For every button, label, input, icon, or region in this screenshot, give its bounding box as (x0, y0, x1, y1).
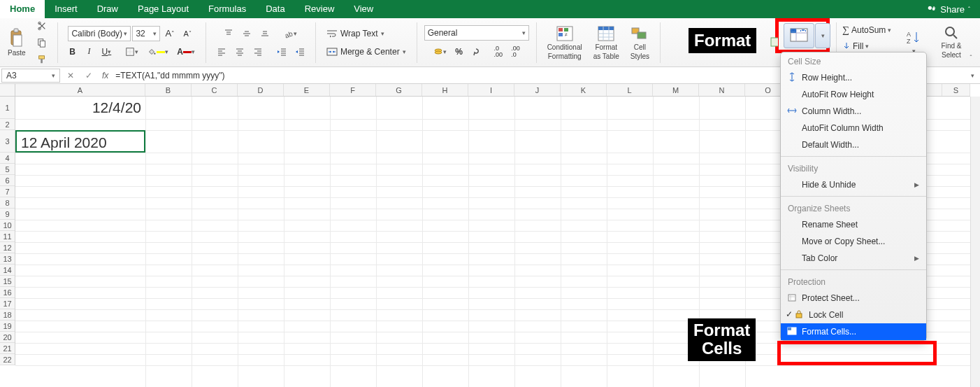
menu-column-width[interactable]: Column Width... (781, 103, 926, 120)
menu-lock-cell[interactable]: ✓ Lock Cell (781, 307, 926, 323)
tab-home[interactable]: Home (0, 0, 45, 18)
increase-indent-button[interactable] (291, 44, 308, 59)
copy-button[interactable] (34, 35, 50, 50)
share-button[interactable]: Share ˆ (917, 0, 980, 18)
menu-default-width[interactable]: Default Width... (781, 136, 926, 153)
vertical-scrollbar[interactable] (970, 97, 980, 387)
cut-button[interactable] (34, 18, 50, 34)
row-header-12[interactable]: 12 (0, 242, 15, 253)
row-header-20[interactable]: 20 (0, 332, 15, 343)
row-headers[interactable]: 1 2 3 4 5 6 7 8 9 10 11 12 13 14 15 16 1… (0, 97, 15, 365)
row-header-16[interactable]: 16 (0, 287, 15, 298)
cell-styles-button[interactable]: Cell Styles (627, 22, 653, 64)
comma-style-button[interactable] (468, 44, 484, 59)
tab-insert[interactable]: Insert (45, 0, 87, 18)
row-header-21[interactable]: 21 (0, 343, 15, 354)
row-header-1[interactable]: 1 (0, 97, 15, 119)
tab-review[interactable]: Review (295, 0, 345, 18)
col-header-l[interactable]: L (607, 84, 653, 96)
align-middle-button[interactable] (238, 26, 255, 41)
row-header-22[interactable]: 22 (0, 354, 15, 365)
percent-button[interactable]: % (452, 44, 467, 59)
font-size-combo[interactable]: 32▾ (132, 26, 160, 41)
autosum-button[interactable]: ∑ AutoSum▾ (839, 22, 895, 38)
underline-button[interactable]: U▾ (99, 44, 115, 59)
format-painter-button[interactable] (34, 52, 50, 67)
col-header-i[interactable]: I (468, 84, 514, 96)
col-header-n[interactable]: N (699, 84, 745, 96)
align-right-button[interactable] (250, 44, 266, 59)
insert-cells-button[interactable] (766, 32, 781, 52)
col-header-d[interactable]: D (238, 84, 284, 96)
merge-center-button[interactable]: Merge & Center▾ (323, 44, 410, 59)
number-format-combo[interactable]: General▾ (424, 25, 529, 41)
col-header-b[interactable]: B (145, 84, 192, 96)
menu-tab-color[interactable]: Tab Color▶ (781, 250, 926, 267)
menu-hide-unhide[interactable]: Hide & Unhide▶ (781, 176, 926, 193)
format-as-table-button[interactable]: Format as Table (590, 22, 623, 64)
align-bottom-button[interactable] (257, 26, 273, 41)
menu-rename-sheet[interactable]: Rename Sheet (781, 216, 926, 233)
grow-font-button[interactable]: A˄ (161, 26, 178, 41)
col-header-k[interactable]: K (561, 84, 607, 96)
row-header-13[interactable]: 13 (0, 253, 15, 265)
menu-row-height[interactable]: Row Height... (781, 69, 926, 86)
row-header-15[interactable]: 15 (0, 276, 15, 287)
tab-page-layout[interactable]: Page Layout (128, 0, 199, 18)
col-header-c[interactable]: C (192, 84, 238, 96)
orientation-button[interactable]: ab▾ (280, 26, 301, 41)
col-header-a[interactable]: A (15, 84, 145, 96)
format-dropdown-caret[interactable]: ▾ (815, 23, 830, 48)
fill-color-button[interactable]: ▾ (143, 44, 172, 59)
align-left-button[interactable] (213, 44, 230, 59)
col-header-s[interactable]: S (942, 84, 970, 96)
menu-autofit-col[interactable]: AutoFit Column Width (781, 120, 926, 136)
cell-a1[interactable]: 12/4/20 (15, 97, 145, 119)
ribbon-collapse-button[interactable]: ˆ (963, 50, 979, 65)
row-header-19[interactable]: 19 (0, 321, 15, 332)
align-center-button[interactable] (231, 44, 248, 59)
col-header-m[interactable]: M (653, 84, 699, 96)
col-header-j[interactable]: J (514, 84, 561, 96)
row-header-6[interactable]: 6 (0, 175, 15, 186)
font-name-combo[interactable]: Calibri (Body)▾ (68, 26, 131, 41)
decrease-indent-button[interactable] (273, 44, 290, 59)
menu-autofit-row[interactable]: AutoFit Row Height (781, 86, 926, 103)
row-header-17[interactable]: 17 (0, 298, 15, 309)
menu-protect-sheet[interactable]: Protect Sheet... (781, 290, 926, 307)
shrink-font-button[interactable]: A˅ (180, 26, 195, 41)
tab-view[interactable]: View (344, 0, 383, 18)
row-header-4[interactable]: 4 (0, 153, 15, 164)
row-header-7[interactable]: 7 (0, 186, 15, 197)
menu-move-copy-sheet[interactable]: Move or Copy Sheet... (781, 233, 926, 250)
accounting-format-button[interactable]: ▾ (430, 44, 450, 59)
tab-formulas[interactable]: Formulas (199, 0, 256, 18)
row-header-14[interactable]: 14 (0, 265, 15, 276)
row-header-5[interactable]: 5 (0, 164, 15, 175)
font-color-button[interactable]: A▾ (173, 44, 199, 59)
tab-data[interactable]: Data (256, 0, 294, 18)
borders-button[interactable]: ▾ (122, 44, 142, 59)
decrease-decimal-button[interactable]: .00.0 (507, 43, 524, 60)
col-header-f[interactable]: F (330, 84, 376, 96)
col-header-e[interactable]: E (284, 84, 330, 96)
increase-decimal-button[interactable]: .0.00 (491, 43, 507, 60)
row-header-2[interactable]: 2 (0, 119, 15, 130)
align-top-button[interactable] (220, 26, 237, 41)
paste-button[interactable]: Paste (4, 23, 29, 62)
row-header-8[interactable]: 8 (0, 197, 15, 209)
col-header-h[interactable]: H (422, 84, 468, 96)
row-header-9[interactable]: 9 (0, 209, 15, 220)
row-header-10[interactable]: 10 (0, 220, 15, 231)
format-cells-dropdown-button[interactable] (784, 23, 814, 48)
select-all-corner[interactable] (0, 84, 15, 97)
col-header-g[interactable]: G (376, 84, 422, 96)
italic-button[interactable]: I (82, 44, 97, 59)
row-header-3[interactable]: 3 (0, 130, 15, 153)
name-box[interactable]: A3▾ (1, 69, 60, 83)
bold-button[interactable]: B (65, 44, 80, 59)
row-header-18[interactable]: 18 (0, 309, 15, 321)
conditional-formatting-button[interactable]: ≠ Conditional Formatting (544, 22, 586, 64)
expand-formula-bar[interactable]: ▾ (965, 68, 980, 83)
cancel-formula-button[interactable]: ✕ (63, 68, 78, 83)
